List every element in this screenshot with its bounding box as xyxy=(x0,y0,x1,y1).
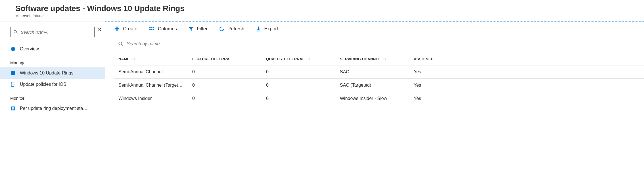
phone-update-icon xyxy=(10,82,16,87)
svg-point-4 xyxy=(13,48,13,48)
rings-table: NAME ↑↓ FEATURE DEFERRAL ↑↓ QUALITY DEFE… xyxy=(114,53,644,105)
svg-point-24 xyxy=(119,42,122,45)
svg-rect-21 xyxy=(153,29,154,30)
cell-servicing-channel: SAC (Targeted) xyxy=(335,83,409,88)
page-header: Software updates - Windows 10 Update Rin… xyxy=(0,0,644,22)
col-quality-deferral[interactable]: QUALITY DEFERRAL ↑↓ xyxy=(262,57,335,61)
refresh-button[interactable]: Refresh xyxy=(219,26,244,32)
svg-rect-19 xyxy=(149,29,151,30)
cell-quality-deferral: 0 xyxy=(262,96,335,101)
sidebar-item-label: Overview xyxy=(20,46,95,52)
main-search[interactable] xyxy=(114,39,644,49)
col-name[interactable]: NAME ↑↓ xyxy=(114,57,188,61)
button-label: Refresh xyxy=(227,26,244,32)
svg-rect-17 xyxy=(151,27,152,28)
svg-rect-13 xyxy=(12,109,14,110)
svg-rect-8 xyxy=(13,73,15,75)
col-servicing-channel[interactable]: SERVICING CHANNEL ↑↓ xyxy=(335,57,409,61)
cell-feature-deferral: 0 xyxy=(188,69,262,74)
sidebar-item-update-policies-ios[interactable]: Update policies for iOS xyxy=(0,79,105,90)
svg-rect-18 xyxy=(153,27,154,28)
button-label: Export xyxy=(264,26,278,32)
svg-rect-6 xyxy=(13,71,15,73)
collapse-sidebar-button[interactable] xyxy=(97,27,102,32)
cell-name: Semi-Annual Channel (Targeted) xyxy=(114,83,188,88)
cell-name: Windows Insider xyxy=(114,96,188,101)
cell-servicing-channel: SAC xyxy=(335,69,409,74)
svg-point-0 xyxy=(14,30,16,33)
cell-name: Semi-Annual Channel xyxy=(114,69,188,74)
sidebar-search[interactable] xyxy=(10,27,95,37)
page-subtitle: Microsoft Intune xyxy=(15,14,644,18)
sidebar-item-label: Update policies for iOS xyxy=(20,82,95,87)
col-feature-deferral[interactable]: FEATURE DEFERRAL ↑↓ xyxy=(188,57,262,61)
info-icon xyxy=(10,46,16,52)
sort-icon: ↑↓ xyxy=(234,57,238,61)
plus-icon xyxy=(114,26,120,32)
sidebar: Overview Manage Windows 10 Update Rings … xyxy=(0,22,105,174)
button-label: Columns xyxy=(158,26,177,32)
download-icon xyxy=(256,26,261,32)
cell-feature-deferral: 0 xyxy=(188,96,262,101)
sort-icon: ↑↓ xyxy=(383,57,387,61)
sort-icon: ↑↓ xyxy=(132,57,135,61)
cell-quality-deferral: 0 xyxy=(262,83,335,88)
filter-button[interactable]: Filter xyxy=(188,26,208,32)
svg-rect-7 xyxy=(11,73,13,75)
table-row[interactable]: Semi-Annual Channel (Targeted)00SAC (Tar… xyxy=(114,79,644,92)
main-panel: Create Columns Filter Refresh xyxy=(105,22,644,174)
search-icon xyxy=(118,41,123,46)
button-label: Create xyxy=(123,26,137,32)
table-header-row: NAME ↑↓ FEATURE DEFERRAL ↑↓ QUALITY DEFE… xyxy=(114,53,644,65)
cell-quality-deferral: 0 xyxy=(262,69,335,74)
export-button[interactable]: Export xyxy=(256,26,278,32)
svg-rect-12 xyxy=(12,108,14,109)
button-label: Filter xyxy=(197,26,208,32)
sidebar-item-deployment-status[interactable]: Per update ring deployment sta… xyxy=(0,103,105,114)
refresh-icon xyxy=(219,26,225,32)
section-manage-title: Manage xyxy=(0,55,105,67)
svg-rect-20 xyxy=(151,29,152,30)
report-icon xyxy=(10,106,16,111)
table-row[interactable]: Semi-Annual Channel00SACYes xyxy=(114,65,644,79)
svg-rect-5 xyxy=(11,71,13,73)
filter-icon xyxy=(188,26,194,32)
page-title: Software updates - Windows 10 Update Rin… xyxy=(15,4,644,13)
cell-assigned: Yes xyxy=(409,69,455,74)
search-icon xyxy=(13,30,18,34)
windows-icon xyxy=(10,70,16,76)
sidebar-item-overview[interactable]: Overview xyxy=(0,43,105,55)
svg-line-1 xyxy=(16,33,17,34)
sidebar-item-windows-update-rings[interactable]: Windows 10 Update Rings xyxy=(0,67,105,79)
cell-assigned: Yes xyxy=(409,83,455,88)
svg-rect-16 xyxy=(149,27,151,28)
section-monitor-title: Monitor xyxy=(0,90,105,103)
cell-servicing-channel: Windows Insider - Slow xyxy=(335,96,409,101)
svg-rect-3 xyxy=(13,49,13,50)
columns-icon xyxy=(149,26,155,32)
create-button[interactable]: Create xyxy=(114,26,137,32)
sidebar-search-input[interactable] xyxy=(21,30,91,35)
sort-icon: ↑↓ xyxy=(307,57,311,61)
cell-feature-deferral: 0 xyxy=(188,83,262,88)
table-row[interactable]: Windows Insider00Windows Insider - SlowY… xyxy=(114,92,644,105)
sidebar-item-label: Per update ring deployment sta… xyxy=(20,106,95,111)
main-search-input[interactable] xyxy=(127,41,640,46)
svg-rect-11 xyxy=(12,107,14,108)
svg-line-25 xyxy=(121,44,123,46)
command-bar: Create Columns Filter Refresh xyxy=(105,22,644,37)
cell-assigned: Yes xyxy=(409,96,455,101)
sidebar-item-label: Windows 10 Update Rings xyxy=(20,71,95,76)
col-assigned[interactable]: ASSIGNED xyxy=(409,57,455,61)
columns-button[interactable]: Columns xyxy=(149,26,177,32)
